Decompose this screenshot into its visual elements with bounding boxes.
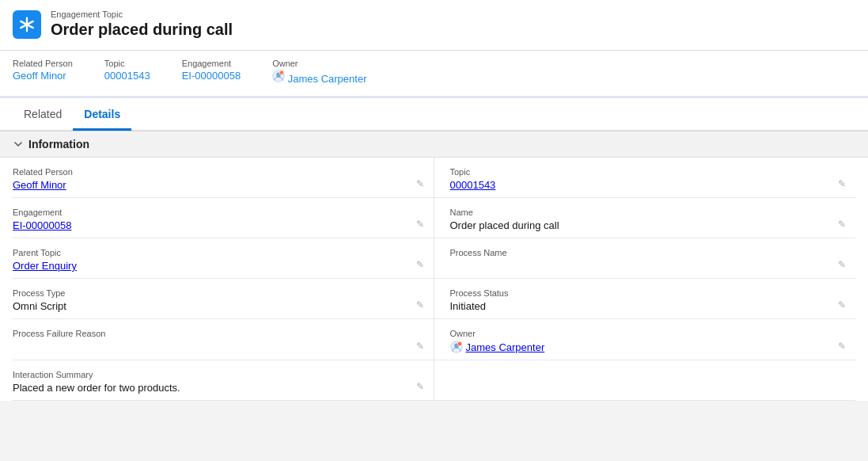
field-topic: Topic 00001543 ✎ <box>434 158 856 198</box>
field-process-failure-reason: Process Failure Reason ✎ <box>13 319 434 360</box>
field-topic-label: Topic <box>450 167 856 177</box>
field-process-type: Process Type Omni Script ✎ <box>13 279 434 319</box>
content-area: Information Related Person Geoff Minor ✎… <box>0 131 868 401</box>
meta-topic: Topic 00001543 <box>104 59 150 85</box>
page-header: Engagement Topic Order placed during cal… <box>0 0 868 51</box>
page-subtitle: Engagement Topic <box>51 10 233 19</box>
field-parent-topic-label: Parent Topic <box>13 248 418 257</box>
svg-point-9 <box>457 341 462 346</box>
meta-related-person-value: Geoff Minor <box>13 70 73 82</box>
field-engagement-value: EI-00000058 <box>13 219 418 231</box>
field-interaction-summary-label: Interaction Summary <box>13 370 418 379</box>
meta-owner-value: ⚙ James Carpenter <box>272 70 366 85</box>
related-person-link[interactable]: Geoff Minor <box>13 70 66 82</box>
field-owner-label: Owner <box>450 329 856 338</box>
tab-details[interactable]: Details <box>73 98 131 131</box>
field-empty-right-6 <box>434 360 856 401</box>
field-interaction-summary: Interaction Summary Placed a new order f… <box>13 360 434 401</box>
field-name-edit-icon[interactable]: ✎ <box>838 219 846 230</box>
field-owner-edit-icon[interactable]: ✎ <box>838 341 846 352</box>
field-process-status-value: Initiated <box>450 300 856 312</box>
meta-related-person-label: Related Person <box>13 59 73 68</box>
field-process-type-label: Process Type <box>13 288 418 298</box>
section-information-header: Information <box>0 131 868 158</box>
field-name-value: Order placed during call <box>450 219 856 231</box>
field-parent-topic-link[interactable]: Order Enquiry <box>13 260 77 272</box>
field-topic-value: 00001543 <box>450 179 856 191</box>
field-related-person-edit-icon[interactable]: ✎ <box>416 178 424 189</box>
field-process-failure-reason-edit-icon[interactable]: ✎ <box>416 341 424 352</box>
page-title: Order placed during call <box>51 21 233 39</box>
header-text-block: Engagement Topic Order placed during cal… <box>51 10 233 39</box>
field-engagement-edit-icon[interactable]: ✎ <box>416 219 424 230</box>
meta-owner-label: Owner <box>272 59 366 68</box>
app-icon <box>13 10 41 39</box>
meta-engagement-label: Engagement <box>182 59 241 68</box>
meta-topic-value: 00001543 <box>104 70 150 82</box>
field-engagement: Engagement EI-00000058 ✎ <box>13 198 434 238</box>
meta-row: Related Person Geoff Minor Topic 0000154… <box>0 51 868 98</box>
tab-related[interactable]: Related <box>13 98 73 131</box>
field-owner-value: James Carpenter <box>450 341 856 353</box>
field-related-person-label: Related Person <box>13 167 418 177</box>
field-engagement-label: Engagement <box>13 208 418 217</box>
field-interaction-summary-edit-icon[interactable]: ✎ <box>416 381 424 392</box>
field-process-status: Process Status Initiated ✎ <box>434 279 856 319</box>
section-information-title: Information <box>28 138 89 150</box>
field-related-person: Related Person Geoff Minor ✎ <box>13 158 434 198</box>
field-owner: Owner James Carpenter ✎ <box>434 319 856 360</box>
asterisk-icon <box>18 16 36 33</box>
meta-engagement: Engagement EI-00000058 <box>182 59 241 85</box>
meta-engagement-value: EI-00000058 <box>182 70 241 82</box>
field-owner-icon <box>450 341 463 353</box>
topic-link[interactable]: 00001543 <box>104 70 150 82</box>
field-process-type-edit-icon[interactable]: ✎ <box>416 299 424 311</box>
field-process-type-value: Omni Script <box>13 300 418 312</box>
field-parent-topic: Parent Topic Order Enquiry ✎ <box>13 238 434 279</box>
fields-grid: Related Person Geoff Minor ✎ Topic 00001… <box>0 158 868 401</box>
field-interaction-summary-value: Placed a new order for two products. <box>13 382 418 394</box>
engagement-link[interactable]: EI-00000058 <box>182 70 241 82</box>
owner-avatar-icon: ⚙ <box>272 70 285 82</box>
field-name: Name Order placed during call ✎ <box>434 198 856 238</box>
meta-related-person: Related Person Geoff Minor <box>13 59 73 85</box>
chevron-down-icon <box>13 139 24 150</box>
meta-owner: Owner ⚙ James Carpenter <box>272 59 366 85</box>
owner-link[interactable]: James Carpenter <box>288 73 367 85</box>
svg-text:⚙: ⚙ <box>281 72 283 75</box>
field-topic-edit-icon[interactable]: ✎ <box>838 178 846 189</box>
field-owner-link[interactable]: James Carpenter <box>466 341 545 353</box>
field-related-person-value: Geoff Minor <box>13 179 418 191</box>
field-parent-topic-edit-icon[interactable]: ✎ <box>416 259 424 270</box>
field-process-name-label: Process Name <box>450 248 856 257</box>
field-process-name: Process Name ✎ <box>434 238 856 279</box>
field-engagement-link[interactable]: EI-00000058 <box>13 219 71 231</box>
tabs-bar: Related Details <box>0 98 868 131</box>
field-process-status-label: Process Status <box>450 288 856 298</box>
field-topic-link[interactable]: 00001543 <box>450 179 496 191</box>
field-name-label: Name <box>450 208 856 217</box>
field-process-status-edit-icon[interactable]: ✎ <box>838 299 846 311</box>
meta-topic-label: Topic <box>104 59 150 68</box>
field-process-name-edit-icon[interactable]: ✎ <box>838 259 846 270</box>
field-related-person-link[interactable]: Geoff Minor <box>13 179 66 191</box>
field-process-failure-reason-label: Process Failure Reason <box>13 329 418 338</box>
field-parent-topic-value: Order Enquiry <box>13 260 418 272</box>
